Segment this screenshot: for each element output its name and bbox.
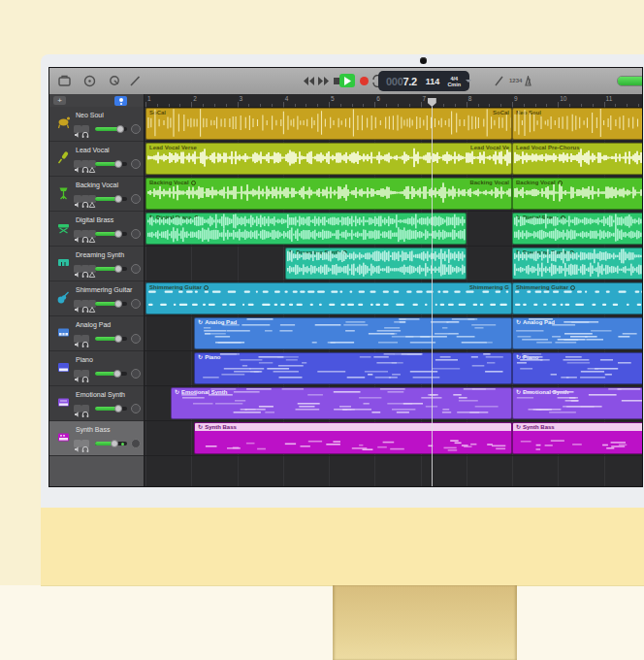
- region-digital-brass[interactable]: ↻Digital Brass: [145, 213, 467, 245]
- region-piano[interactable]: ↻Piano: [194, 352, 512, 384]
- master-volume-slider[interactable]: [617, 76, 643, 86]
- forward-button[interactable]: [317, 75, 330, 87]
- metronome-icon[interactable]: [523, 76, 533, 86]
- volume-knob[interactable]: [114, 405, 122, 412]
- solo-button[interactable]: [81, 125, 89, 133]
- volume-slider[interactable]: [95, 267, 127, 271]
- track-header-piano[interactable]: Piano: [49, 351, 144, 386]
- rewind-button[interactable]: [303, 75, 315, 87]
- library-icon[interactable]: [57, 74, 72, 88]
- ruler-bar-number: 5: [331, 95, 335, 102]
- pan-knob[interactable]: [131, 299, 141, 309]
- volume-knob[interactable]: [114, 195, 122, 203]
- volume-knob[interactable]: [116, 125, 124, 133]
- region-backing-vocal[interactable]: Backing VocalBacking Vocal: [145, 178, 512, 210]
- volume-knob[interactable]: [114, 160, 122, 168]
- record-button[interactable]: [360, 77, 369, 85]
- volume-knob[interactable]: [113, 370, 121, 378]
- pan-knob[interactable]: [131, 439, 141, 448]
- track-lane[interactable]: ↻Synth Bass↻Synth Bass: [145, 421, 643, 456]
- pan-knob[interactable]: [131, 194, 141, 204]
- track-lane[interactable]: ↻Analog Pad↻Analog Pad: [145, 316, 643, 351]
- tuner-icon[interactable]: [492, 74, 506, 88]
- ruler-bar-number: 11: [606, 95, 613, 102]
- pan-knob[interactable]: [131, 369, 141, 379]
- pan-knob[interactable]: [131, 264, 141, 274]
- track-lane[interactable]: ↻Digital Brass↻Digital Brass: [145, 212, 643, 247]
- track-header-analog-pad[interactable]: Analog Pad: [49, 316, 144, 351]
- region-analog-pad[interactable]: ↻Analog Pad: [512, 317, 643, 349]
- pan-knob[interactable]: [131, 334, 141, 344]
- timeline-area[interactable]: 1234567891011 SoCalSoCalNeo SoulLead Voc…: [144, 94, 643, 487]
- volume-slider[interactable]: [95, 162, 127, 166]
- smart-controls-icon[interactable]: [108, 74, 122, 88]
- count-in-button[interactable]: 1234: [509, 78, 522, 83]
- volume-slider[interactable]: [95, 197, 127, 201]
- track-header-lead-vocal[interactable]: Lead Vocal: [49, 142, 144, 177]
- region-lead-vocal-verse[interactable]: Lead Vocal VerseLead Vocal Ve: [145, 143, 512, 175]
- bar-ruler[interactable]: 1234567891011: [145, 94, 643, 108]
- region-lead-vocal-pre-chorus[interactable]: Lead Vocal Pre-Chorus: [512, 143, 643, 175]
- track-lane[interactable]: SoCalSoCalNeo Soul: [145, 107, 643, 142]
- track-header-neo-soul[interactable]: Neo Soul: [49, 107, 144, 142]
- track-lane[interactable]: ↻Dreaming Synth↻Dreaming Synth: [145, 247, 643, 281]
- volume-slider[interactable]: [95, 337, 127, 341]
- synth-module-icon: [56, 395, 71, 410]
- solo-button[interactable]: [81, 405, 89, 412]
- region-dreaming-synth[interactable]: ↻Dreaming Synth: [512, 248, 643, 280]
- region-digital-brass[interactable]: ↻Digital Brass: [512, 213, 643, 245]
- volume-knob[interactable]: [114, 300, 122, 308]
- region-neo-soul[interactable]: Neo Soul: [512, 108, 643, 140]
- region-dreaming-synth[interactable]: ↻Dreaming Synth: [285, 248, 467, 280]
- add-track-button[interactable]: +: [53, 96, 66, 105]
- volume-slider[interactable]: [95, 302, 127, 306]
- volume-slider[interactable]: [95, 407, 127, 411]
- lcd-display[interactable]: 0007.2 114 4/4 Cmin: [378, 71, 469, 91]
- track-header-emotional-synth[interactable]: Emotional Synth: [49, 386, 144, 421]
- track-header-backing-vocal[interactable]: Backing Vocal: [49, 177, 144, 212]
- track-lane[interactable]: Lead Vocal VerseLead Vocal VeLead Vocal …: [145, 142, 643, 177]
- volume-knob[interactable]: [111, 440, 118, 447]
- play-button[interactable]: [339, 74, 355, 87]
- volume-slider[interactable]: [95, 232, 127, 236]
- region-synth-bass[interactable]: ↻Synth Bass: [194, 422, 512, 454]
- lcd-chevron-icon[interactable]: [466, 80, 471, 82]
- pan-knob[interactable]: [131, 229, 141, 239]
- region-shimmering-guitar[interactable]: Shimmering GuitarShimmering G: [145, 282, 512, 314]
- track-header-digital-brass[interactable]: Digital Brass: [49, 212, 144, 247]
- region-socal[interactable]: SoCalSoCal: [145, 108, 512, 140]
- region-analog-pad[interactable]: ↻Analog Pad: [194, 317, 512, 349]
- solo-button[interactable]: [81, 440, 89, 447]
- editor-pencil-icon[interactable]: [128, 74, 143, 88]
- pan-knob[interactable]: [131, 159, 141, 169]
- region-emotional-synth[interactable]: ↻Emotional Synth: [512, 387, 643, 419]
- track-header-shimmering-guitar[interactable]: Shimmering Guitar: [49, 281, 144, 316]
- track-header-dreaming-synth[interactable]: Dreaming Synth: [49, 247, 144, 281]
- region-synth-bass[interactable]: ↻Synth Bass: [512, 422, 643, 454]
- track-lane[interactable]: ↻Emotional Synth↻Emotional Synth: [145, 386, 643, 421]
- region-shimmering-guitar[interactable]: Shimmering Guitar: [512, 282, 643, 314]
- solo-button[interactable]: [81, 335, 89, 343]
- region-piano[interactable]: ↻Piano: [512, 352, 643, 384]
- region-backing-vocal[interactable]: Backing Vocal: [512, 178, 643, 210]
- electric-guitar-icon: [56, 290, 71, 305]
- volume-slider[interactable]: [95, 442, 127, 446]
- solo-button[interactable]: [81, 370, 89, 378]
- volume-knob[interactable]: [114, 265, 122, 273]
- volume-knob[interactable]: [114, 335, 122, 343]
- track-header-topbar: +: [49, 94, 144, 108]
- track-lane[interactable]: ↻Piano↻Piano: [145, 351, 643, 386]
- volume-slider[interactable]: [95, 127, 127, 131]
- track-lane[interactable]: Backing VocalBacking VocalBacking Vocal: [145, 177, 643, 212]
- volume-slider[interactable]: [95, 372, 127, 376]
- track-header-blue-button[interactable]: [114, 96, 127, 106]
- track-header-synth-bass[interactable]: Synth Bass: [49, 421, 144, 456]
- track-lane[interactable]: Shimmering GuitarShimmering GShimmering …: [145, 281, 643, 316]
- region-emotional-synth[interactable]: ↻Emotional Synth: [171, 387, 512, 419]
- quick-help-icon[interactable]: [82, 74, 97, 88]
- imac-bezel: 0007.2 114 4/4 Cmin 1234: [41, 54, 644, 508]
- track-header-panel: + Neo SoulLead VocalBacking VocalDigital…: [49, 94, 144, 487]
- volume-knob[interactable]: [114, 230, 122, 238]
- pan-knob[interactable]: [131, 404, 141, 413]
- pan-knob[interactable]: [131, 124, 141, 134]
